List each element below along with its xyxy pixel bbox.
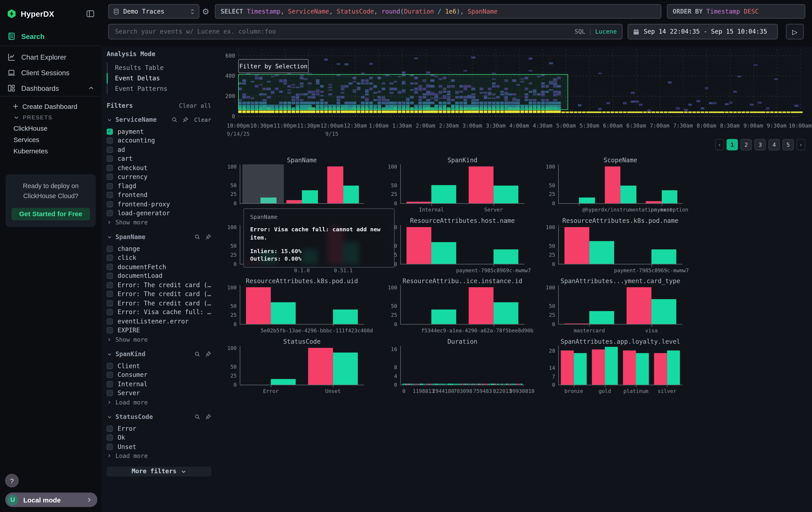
outlier-bar[interactable] — [646, 201, 662, 203]
filter-checkbox-item[interactable]: flagd — [107, 182, 211, 191]
outlier-bar[interactable] — [469, 166, 494, 203]
pagination-prev-button[interactable]: ‹ — [715, 139, 724, 150]
outlier-bar[interactable] — [592, 350, 605, 385]
filter-checkbox-item[interactable]: frontend — [107, 191, 211, 200]
clear-all-button[interactable]: Clear all — [179, 102, 211, 110]
checkbox[interactable] — [107, 282, 113, 288]
filter-checkbox-item[interactable]: Internal — [107, 380, 211, 389]
filter-checkbox-item[interactable]: load-generator — [107, 209, 211, 218]
checkbox[interactable] — [107, 434, 113, 441]
outlier-bar[interactable] — [627, 287, 651, 324]
filter-checkbox-item[interactable]: cart — [107, 154, 211, 163]
date-range-picker[interactable]: Sep 14 22:04:35 - Sep 15 10:04:35 — [628, 24, 778, 39]
inlier-bar[interactable] — [589, 241, 614, 264]
sidebar-item-chart-explorer[interactable]: Chart Explorer — [0, 49, 102, 65]
checkbox[interactable] — [107, 138, 113, 144]
outlier-bar[interactable] — [623, 351, 636, 385]
gear-icon[interactable]: ⚙ — [202, 7, 209, 17]
language-sql[interactable]: SQL — [575, 28, 585, 35]
checkbox[interactable] — [107, 390, 113, 396]
checkbox[interactable] — [107, 426, 113, 432]
checkbox[interactable] — [107, 264, 113, 270]
checkbox[interactable] — [107, 318, 113, 324]
checkbox[interactable] — [107, 363, 113, 369]
pagination-page-button[interactable]: 4 — [768, 139, 780, 150]
outlier-bar[interactable] — [406, 227, 431, 264]
chevron-down-icon[interactable] — [107, 351, 113, 357]
filter-show-more-button[interactable]: Show more — [107, 218, 211, 226]
filter-checkbox-item[interactable]: accounting — [107, 136, 211, 145]
inlier-bar[interactable] — [494, 302, 519, 324]
filter-checkbox-item[interactable]: payment — [107, 127, 211, 136]
checkbox[interactable] — [107, 246, 113, 252]
inlier-bar[interactable] — [662, 190, 677, 203]
outlier-bar[interactable] — [564, 323, 589, 324]
inlier-bar[interactable] — [589, 311, 614, 324]
filter-checkbox-item[interactable]: Client — [107, 361, 211, 371]
checkbox[interactable] — [107, 444, 113, 450]
filter-by-selection-button[interactable]: Filter by Selection — [238, 59, 309, 73]
pin-icon[interactable] — [182, 117, 188, 123]
checkbox[interactable] — [107, 183, 113, 189]
inlier-bar[interactable] — [574, 353, 587, 385]
inlier-bar[interactable] — [651, 299, 676, 324]
filter-load-more-button[interactable]: Load more — [107, 398, 211, 406]
filter-checkbox-item[interactable]: ad — [107, 145, 211, 154]
inlier-bar[interactable] — [271, 302, 296, 324]
checkbox[interactable] — [107, 174, 113, 180]
checkbox[interactable] — [107, 300, 113, 306]
chevron-down-icon[interactable] — [107, 117, 113, 123]
sidebar-item-client-sessions[interactable]: Client Sessions — [0, 65, 102, 80]
inlier-bar[interactable] — [667, 351, 680, 385]
inlier-bar[interactable] — [651, 249, 676, 264]
chevron-up-icon[interactable] — [88, 85, 94, 91]
pin-icon[interactable] — [205, 351, 211, 357]
pagination-page-button[interactable]: 2 — [741, 139, 752, 150]
outlier-bar[interactable] — [406, 201, 431, 203]
filter-checkbox-item[interactable]: Unset — [107, 442, 211, 452]
checkbox[interactable] — [107, 255, 113, 261]
pagination-page-button[interactable]: 1 — [727, 139, 738, 150]
inlier-bar[interactable] — [494, 249, 519, 264]
filter-checkbox-item[interactable]: Server — [107, 389, 211, 398]
search-icon[interactable] — [194, 414, 200, 420]
inlier-bar[interactable] — [494, 186, 519, 203]
checkbox[interactable] — [107, 147, 113, 153]
local-mode-button[interactable]: U Local mode — [5, 493, 97, 507]
heatmap-selection-box[interactable] — [238, 74, 568, 110]
filter-checkbox-item[interactable]: EXPIRE — [107, 326, 211, 335]
pin-icon[interactable] — [205, 234, 211, 240]
pin-icon[interactable] — [205, 414, 211, 420]
checkbox[interactable] — [107, 381, 113, 387]
analysis-mode-event-deltas[interactable]: Event Deltas — [107, 73, 211, 83]
filter-checkbox-item[interactable]: change — [107, 244, 211, 253]
filter-checkbox-item[interactable]: currency — [107, 172, 211, 182]
checkbox[interactable] — [107, 210, 113, 216]
checkbox-checked[interactable] — [107, 129, 113, 135]
outlier-bar[interactable] — [605, 166, 620, 203]
filter-checkbox-item[interactable]: checkout — [107, 163, 211, 172]
filter-checkbox-item[interactable]: Error: The credit card (… — [107, 299, 211, 308]
outlier-bar[interactable] — [469, 287, 494, 324]
inlier-bar[interactable] — [271, 379, 296, 385]
search-icon[interactable] — [194, 234, 200, 240]
filter-checkbox-item[interactable]: Error — [107, 424, 211, 433]
inlier-bar[interactable] — [605, 347, 618, 385]
chevron-down-icon[interactable] — [107, 414, 113, 420]
inlier-bar[interactable] — [333, 309, 358, 324]
checkbox[interactable] — [107, 156, 113, 162]
filter-checkbox-item[interactable]: frontend-proxy — [107, 200, 211, 209]
pagination-next-button[interactable]: › — [796, 139, 805, 150]
outlier-bar[interactable] — [564, 227, 589, 264]
filter-checkbox-item[interactable]: documentFetch — [107, 262, 211, 271]
filter-show-more-button[interactable]: Show more — [107, 335, 211, 344]
chevron-down-icon[interactable] — [107, 234, 113, 240]
outlier-bar[interactable] — [327, 166, 343, 203]
inlier-bar[interactable] — [302, 190, 318, 203]
outlier-bar[interactable] — [654, 353, 667, 385]
filter-checkbox-item[interactable]: Error: Visa cache full: … — [107, 308, 211, 317]
sidebar-item-search[interactable]: Search — [0, 27, 102, 46]
filter-checkbox-item[interactable]: documentLoad — [107, 271, 211, 280]
checkbox[interactable] — [107, 327, 113, 333]
filter-checkbox-item[interactable]: Ok — [107, 433, 211, 442]
